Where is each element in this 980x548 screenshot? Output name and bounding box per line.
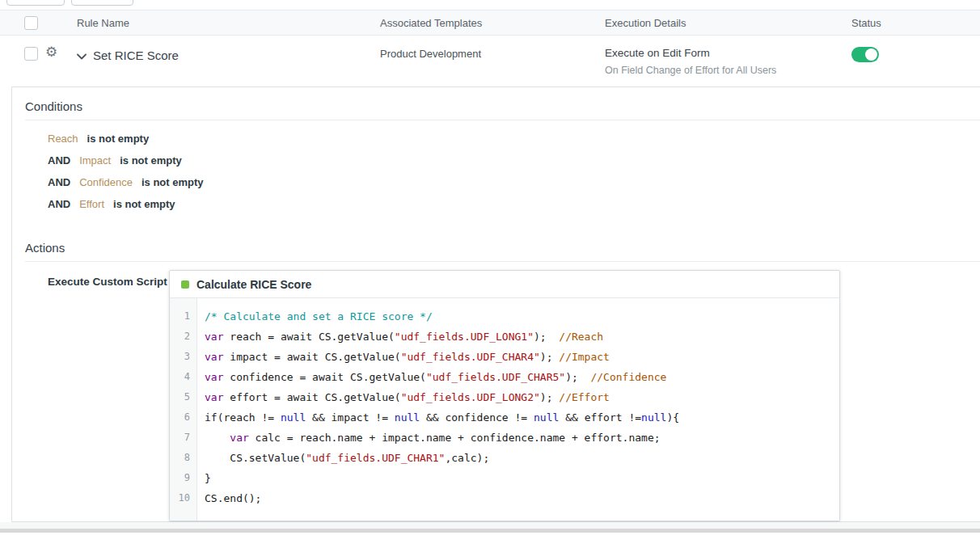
code-token: var	[205, 371, 223, 383]
partial-toolbar-button-1[interactable]	[6, 0, 65, 6]
execution-details: Execute on Edit Form On Field Change of …	[605, 36, 847, 76]
line-number: 4	[170, 367, 197, 387]
toolbar	[6, 0, 133, 6]
code-token: "udf_fields.UDF_CHAR5"	[426, 371, 565, 383]
code-line: 7 var calc = reach.name + impact.name + …	[170, 428, 839, 448]
custom-script-card: Calculate RICE Score 1/* Calculate and s…	[169, 270, 840, 521]
code-token: null	[395, 411, 420, 424]
script-title: Calculate RICE Score	[196, 278, 311, 291]
code-lines: 1/* Calculate and set a RICE score */2va…	[170, 306, 839, 508]
code-token: && confidence !=	[420, 411, 534, 424]
condition-operator: AND	[48, 154, 70, 167]
bottom-separator-light	[0, 522, 980, 529]
code-token: null	[281, 411, 306, 424]
rule-detail-panel: Conditions Reach is not empty AND Impact…	[11, 86, 980, 522]
select-all-checkbox[interactable]	[24, 16, 38, 30]
execution-subtitle: On Field Change of Effort for All Users	[605, 65, 847, 76]
code-token: //Effort	[559, 391, 610, 403]
code-token: var	[205, 391, 223, 403]
code-line: 9}	[170, 468, 839, 488]
code-line: 1/* Calculate and set a RICE score */	[170, 306, 839, 327]
script-status-indicator	[181, 280, 189, 289]
condition-field: Effort	[79, 198, 104, 210]
code-line: 3var impact = await CS.getValue("udf_fie…	[170, 347, 839, 367]
line-number: 2	[170, 327, 197, 347]
line-number: 7	[170, 428, 197, 448]
code-token: //Reach	[559, 331, 603, 343]
code-text: var calc = reach.name + impact.name + co…	[197, 428, 661, 448]
code-token: null	[641, 411, 666, 424]
line-number: 5	[170, 387, 197, 407]
code-line: 10CS.end();	[170, 488, 839, 508]
code-token: null	[534, 411, 559, 424]
code-text: var reach = await CS.getValue("udf_field…	[197, 327, 603, 347]
column-header-associated-templates: Associated Templates	[380, 11, 605, 29]
code-token: );	[534, 331, 559, 343]
condition-operator: AND	[48, 176, 70, 188]
code-token: CS.end();	[205, 492, 261, 504]
actions-divider	[25, 261, 980, 262]
condition-predicate: is not empty	[120, 154, 182, 167]
row-checkbox[interactable]	[24, 47, 38, 61]
chevron-down-icon[interactable]	[77, 48, 87, 63]
code-token: var	[205, 351, 223, 363]
code-text: var impact = await CS.getValue("udf_fiel…	[197, 347, 610, 367]
rule-name[interactable]: Set RICE Score	[93, 48, 179, 62]
code-token: "udf_fields.UDF_CHAR4"	[401, 351, 540, 363]
code-token: );	[540, 351, 559, 363]
code-token: "udf_fields.UDF_LONG1"	[395, 331, 534, 343]
table-row: ⚙ Set RICE Score Product Development Exe…	[0, 36, 980, 82]
code-token: /* Calculate and set a RICE score */	[205, 310, 433, 322]
script-card-header: Calculate RICE Score	[170, 271, 839, 298]
condition-row: AND Confidence is not empty	[48, 171, 980, 193]
code-token: "udf_fields.UDF_LONG2"	[401, 391, 540, 403]
code-token: var	[205, 331, 223, 343]
code-token: var	[230, 432, 248, 444]
code-line: 5var effort = await CS.getValue("udf_fie…	[170, 387, 839, 407]
code-token: //Confidence	[590, 371, 666, 383]
code-text: if(reach != null && impact != null && co…	[197, 407, 679, 428]
line-number: 9	[170, 468, 197, 488]
status-toggle[interactable]	[851, 47, 879, 62]
condition-predicate: is not empty	[113, 198, 175, 210]
condition-predicate: is not empty	[142, 176, 204, 188]
code-token: "udf_fields.UDF_CHAR1"	[306, 452, 445, 464]
action-type-label: Execute Custom Script	[48, 270, 169, 521]
condition-field: Reach	[48, 133, 78, 145]
code-token: calc = reach.name + impact.name + confid…	[249, 432, 661, 444]
partial-toolbar-button-2[interactable]	[71, 0, 133, 6]
line-number: 6	[170, 407, 197, 428]
code-editor: 1/* Calculate and set a RICE score */2va…	[170, 298, 839, 521]
code-token: CS.setValue(	[205, 452, 306, 464]
code-token: effort = await CS.getValue(	[223, 391, 400, 403]
column-header-execution-details: Execution Details	[605, 11, 847, 29]
code-line: 4var confidence = await CS.getValue("udf…	[170, 367, 839, 387]
code-text: var effort = await CS.getValue("udf_fiel…	[197, 387, 610, 407]
condition-field: Confidence	[79, 176, 133, 188]
table-header-row: Rule Name Associated Templates Execution…	[0, 10, 980, 36]
code-token: impact = await CS.getValue(	[223, 351, 400, 363]
code-token: ){	[666, 411, 679, 424]
code-text: /* Calculate and set a RICE score */	[197, 306, 433, 327]
conditions-list: Reach is not empty AND Impact is not emp…	[12, 120, 980, 217]
column-header-status: Status	[847, 11, 980, 29]
column-header-rule-name: Rule Name	[77, 11, 380, 29]
code-token: );	[540, 391, 559, 403]
code-token: );	[565, 371, 590, 383]
line-number: 8	[170, 448, 197, 468]
line-number: 3	[170, 347, 197, 367]
condition-row: AND Effort is not empty	[48, 193, 980, 215]
gear-icon[interactable]: ⚙	[45, 44, 57, 61]
line-number: 1	[170, 306, 197, 327]
code-token: //Impact	[559, 351, 610, 363]
condition-operator: AND	[48, 198, 70, 210]
associated-template: Product Development	[380, 36, 605, 60]
line-number: 10	[170, 488, 197, 508]
execution-title: Execute on Edit Form	[605, 47, 847, 59]
condition-field: Impact	[79, 154, 111, 167]
actions-section-title: Actions	[12, 229, 980, 261]
code-text: CS.setValue("udf_fields.UDF_CHAR1",calc)…	[197, 448, 489, 468]
code-token: }	[205, 472, 211, 484]
code-token	[205, 432, 230, 444]
code-token: && effort !=	[559, 411, 641, 424]
